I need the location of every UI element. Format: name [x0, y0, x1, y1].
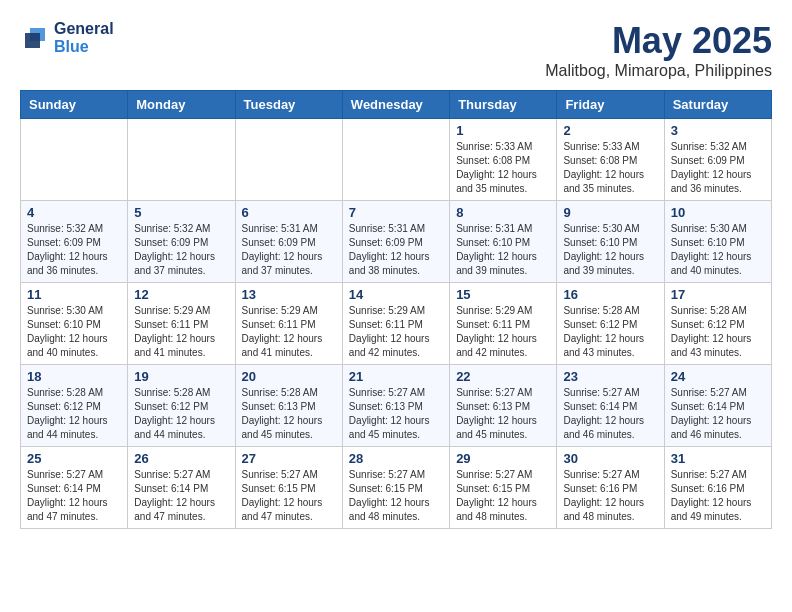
day-number: 25 — [27, 451, 121, 466]
day-number: 2 — [563, 123, 657, 138]
calendar-cell: 1Sunrise: 5:33 AMSunset: 6:08 PMDaylight… — [450, 119, 557, 201]
weekday-header-sunday: Sunday — [21, 91, 128, 119]
day-info: Sunrise: 5:29 AMSunset: 6:11 PMDaylight:… — [134, 304, 228, 360]
day-number: 31 — [671, 451, 765, 466]
day-number: 1 — [456, 123, 550, 138]
calendar-cell: 5Sunrise: 5:32 AMSunset: 6:09 PMDaylight… — [128, 201, 235, 283]
calendar-cell: 11Sunrise: 5:30 AMSunset: 6:10 PMDayligh… — [21, 283, 128, 365]
day-number: 24 — [671, 369, 765, 384]
day-number: 20 — [242, 369, 336, 384]
day-info: Sunrise: 5:32 AMSunset: 6:09 PMDaylight:… — [671, 140, 765, 196]
day-info: Sunrise: 5:29 AMSunset: 6:11 PMDaylight:… — [242, 304, 336, 360]
day-info: Sunrise: 5:32 AMSunset: 6:09 PMDaylight:… — [134, 222, 228, 278]
weekday-header-monday: Monday — [128, 91, 235, 119]
logo-general-text: General — [54, 20, 114, 38]
day-info: Sunrise: 5:27 AMSunset: 6:16 PMDaylight:… — [563, 468, 657, 524]
calendar-cell — [21, 119, 128, 201]
calendar-week-4: 18Sunrise: 5:28 AMSunset: 6:12 PMDayligh… — [21, 365, 772, 447]
weekday-header-thursday: Thursday — [450, 91, 557, 119]
calendar-cell: 10Sunrise: 5:30 AMSunset: 6:10 PMDayligh… — [664, 201, 771, 283]
calendar-cell: 20Sunrise: 5:28 AMSunset: 6:13 PMDayligh… — [235, 365, 342, 447]
day-number: 8 — [456, 205, 550, 220]
calendar-cell: 19Sunrise: 5:28 AMSunset: 6:12 PMDayligh… — [128, 365, 235, 447]
day-number: 6 — [242, 205, 336, 220]
day-info: Sunrise: 5:32 AMSunset: 6:09 PMDaylight:… — [27, 222, 121, 278]
day-number: 14 — [349, 287, 443, 302]
day-number: 10 — [671, 205, 765, 220]
weekday-header-wednesday: Wednesday — [342, 91, 449, 119]
title-section: May 2025 Malitbog, Mimaropa, Philippines — [545, 20, 772, 80]
weekday-header-saturday: Saturday — [664, 91, 771, 119]
day-number: 28 — [349, 451, 443, 466]
day-info: Sunrise: 5:31 AMSunset: 6:09 PMDaylight:… — [349, 222, 443, 278]
calendar-week-3: 11Sunrise: 5:30 AMSunset: 6:10 PMDayligh… — [21, 283, 772, 365]
calendar-cell: 14Sunrise: 5:29 AMSunset: 6:11 PMDayligh… — [342, 283, 449, 365]
weekday-header-tuesday: Tuesday — [235, 91, 342, 119]
calendar-cell — [342, 119, 449, 201]
logo-icon — [20, 23, 50, 53]
day-number: 3 — [671, 123, 765, 138]
day-number: 30 — [563, 451, 657, 466]
calendar-cell: 9Sunrise: 5:30 AMSunset: 6:10 PMDaylight… — [557, 201, 664, 283]
calendar-cell: 8Sunrise: 5:31 AMSunset: 6:10 PMDaylight… — [450, 201, 557, 283]
day-info: Sunrise: 5:28 AMSunset: 6:12 PMDaylight:… — [671, 304, 765, 360]
day-number: 19 — [134, 369, 228, 384]
svg-marker-1 — [25, 33, 40, 48]
calendar-cell: 4Sunrise: 5:32 AMSunset: 6:09 PMDaylight… — [21, 201, 128, 283]
day-info: Sunrise: 5:29 AMSunset: 6:11 PMDaylight:… — [349, 304, 443, 360]
day-info: Sunrise: 5:31 AMSunset: 6:09 PMDaylight:… — [242, 222, 336, 278]
day-info: Sunrise: 5:27 AMSunset: 6:14 PMDaylight:… — [671, 386, 765, 442]
day-number: 27 — [242, 451, 336, 466]
day-number: 4 — [27, 205, 121, 220]
day-number: 18 — [27, 369, 121, 384]
day-info: Sunrise: 5:30 AMSunset: 6:10 PMDaylight:… — [671, 222, 765, 278]
calendar-week-2: 4Sunrise: 5:32 AMSunset: 6:09 PMDaylight… — [21, 201, 772, 283]
day-info: Sunrise: 5:28 AMSunset: 6:12 PMDaylight:… — [134, 386, 228, 442]
day-info: Sunrise: 5:33 AMSunset: 6:08 PMDaylight:… — [456, 140, 550, 196]
day-number: 7 — [349, 205, 443, 220]
day-info: Sunrise: 5:27 AMSunset: 6:13 PMDaylight:… — [349, 386, 443, 442]
calendar-cell: 27Sunrise: 5:27 AMSunset: 6:15 PMDayligh… — [235, 447, 342, 529]
day-number: 11 — [27, 287, 121, 302]
day-info: Sunrise: 5:29 AMSunset: 6:11 PMDaylight:… — [456, 304, 550, 360]
calendar-week-1: 1Sunrise: 5:33 AMSunset: 6:08 PMDaylight… — [21, 119, 772, 201]
page-header: General Blue May 2025 Malitbog, Mimaropa… — [20, 20, 772, 80]
day-info: Sunrise: 5:27 AMSunset: 6:15 PMDaylight:… — [349, 468, 443, 524]
day-info: Sunrise: 5:27 AMSunset: 6:15 PMDaylight:… — [242, 468, 336, 524]
day-number: 17 — [671, 287, 765, 302]
day-number: 5 — [134, 205, 228, 220]
day-number: 23 — [563, 369, 657, 384]
logo: General Blue — [20, 20, 114, 55]
calendar-cell: 2Sunrise: 5:33 AMSunset: 6:08 PMDaylight… — [557, 119, 664, 201]
day-info: Sunrise: 5:27 AMSunset: 6:13 PMDaylight:… — [456, 386, 550, 442]
weekday-header-row: SundayMondayTuesdayWednesdayThursdayFrid… — [21, 91, 772, 119]
calendar-cell — [128, 119, 235, 201]
day-number: 15 — [456, 287, 550, 302]
day-info: Sunrise: 5:27 AMSunset: 6:14 PMDaylight:… — [27, 468, 121, 524]
calendar-cell: 23Sunrise: 5:27 AMSunset: 6:14 PMDayligh… — [557, 365, 664, 447]
day-info: Sunrise: 5:27 AMSunset: 6:14 PMDaylight:… — [563, 386, 657, 442]
calendar-table: SundayMondayTuesdayWednesdayThursdayFrid… — [20, 90, 772, 529]
day-info: Sunrise: 5:28 AMSunset: 6:13 PMDaylight:… — [242, 386, 336, 442]
day-info: Sunrise: 5:31 AMSunset: 6:10 PMDaylight:… — [456, 222, 550, 278]
calendar-cell: 21Sunrise: 5:27 AMSunset: 6:13 PMDayligh… — [342, 365, 449, 447]
calendar-cell: 6Sunrise: 5:31 AMSunset: 6:09 PMDaylight… — [235, 201, 342, 283]
day-number: 29 — [456, 451, 550, 466]
day-info: Sunrise: 5:30 AMSunset: 6:10 PMDaylight:… — [563, 222, 657, 278]
logo-blue-text: Blue — [54, 38, 114, 56]
day-number: 21 — [349, 369, 443, 384]
calendar-cell: 26Sunrise: 5:27 AMSunset: 6:14 PMDayligh… — [128, 447, 235, 529]
calendar-cell: 31Sunrise: 5:27 AMSunset: 6:16 PMDayligh… — [664, 447, 771, 529]
day-number: 22 — [456, 369, 550, 384]
day-number: 26 — [134, 451, 228, 466]
calendar-cell: 12Sunrise: 5:29 AMSunset: 6:11 PMDayligh… — [128, 283, 235, 365]
calendar-cell: 17Sunrise: 5:28 AMSunset: 6:12 PMDayligh… — [664, 283, 771, 365]
day-number: 13 — [242, 287, 336, 302]
day-number: 12 — [134, 287, 228, 302]
day-info: Sunrise: 5:27 AMSunset: 6:15 PMDaylight:… — [456, 468, 550, 524]
day-number: 9 — [563, 205, 657, 220]
calendar-cell: 3Sunrise: 5:32 AMSunset: 6:09 PMDaylight… — [664, 119, 771, 201]
day-info: Sunrise: 5:27 AMSunset: 6:14 PMDaylight:… — [134, 468, 228, 524]
calendar-body: 1Sunrise: 5:33 AMSunset: 6:08 PMDaylight… — [21, 119, 772, 529]
calendar-cell: 7Sunrise: 5:31 AMSunset: 6:09 PMDaylight… — [342, 201, 449, 283]
